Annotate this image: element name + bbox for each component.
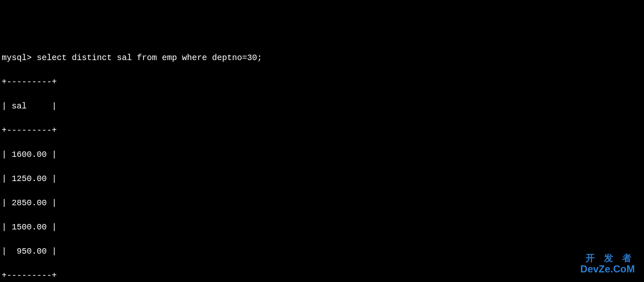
- query1-table-border-top: +---------+: [2, 76, 644, 88]
- table-row: | 2850.00 |: [2, 197, 644, 209]
- watermark-en-text: DevZe.CoM: [580, 264, 635, 274]
- table-row: | 1250.00 |: [2, 173, 644, 185]
- query1-table-header: | sal |: [2, 100, 644, 112]
- table-row: | 1600.00 |: [2, 149, 644, 161]
- watermark-logo: 开 发 者 DevZe.CoM: [580, 253, 635, 274]
- table-row: | 950.00 |: [2, 245, 644, 257]
- query1-table-border-mid: +---------+: [2, 124, 644, 136]
- query1-sql: select distinct sal from emp where deptn…: [37, 53, 262, 63]
- table-row: | 1500.00 |: [2, 221, 644, 233]
- query1-command-line[interactable]: mysql> select distinct sal from emp wher…: [2, 52, 644, 64]
- watermark-cn-text: 开 发 者: [580, 253, 635, 263]
- mysql-prompt: mysql>: [2, 53, 37, 63]
- query1-table-border-bot: +---------+: [2, 269, 644, 282]
